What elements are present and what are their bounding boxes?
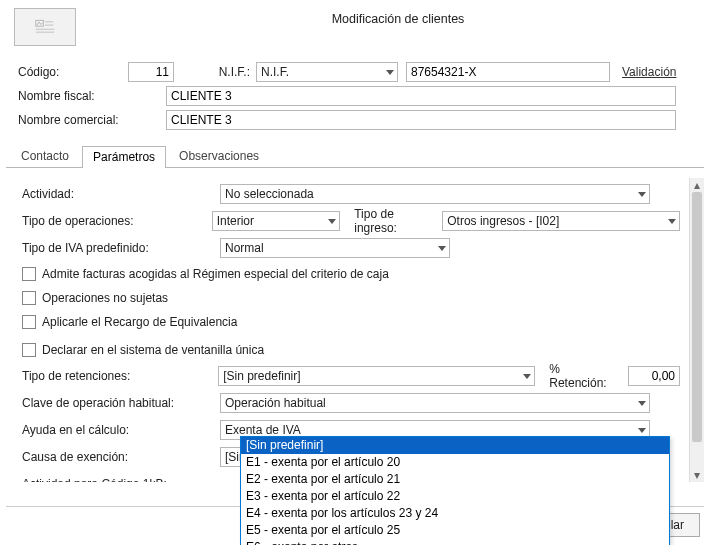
causa-dropdown-list[interactable]: [Sin predefinir] E1 - exenta por el artí… xyxy=(240,436,670,545)
tipo-ingreso-combo[interactable]: Otros ingresos - [I02] xyxy=(442,211,680,231)
nif-type-value: N.I.F. xyxy=(261,65,289,79)
causa-option[interactable]: E2 - exenta por el artículo 21 xyxy=(241,471,669,488)
nif-input[interactable] xyxy=(406,62,610,82)
tab-observaciones[interactable]: Observaciones xyxy=(168,145,270,167)
tipo-ingreso-value: Otros ingresos - [I02] xyxy=(447,214,559,228)
validacion-link[interactable]: Validación xyxy=(622,65,676,79)
tab-contacto[interactable]: Contacto xyxy=(10,145,80,167)
causa-option[interactable]: E1 - exenta por el artículo 20 xyxy=(241,454,669,471)
tabs: Contacto Parámetros Observaciones xyxy=(6,146,704,168)
tipo-ingreso-label: Tipo de ingreso: xyxy=(354,207,436,235)
ret-label: Tipo de retenciones: xyxy=(22,369,218,383)
scroll-down-arrow-icon[interactable]: ▾ xyxy=(690,468,704,482)
chk-criterio-caja-label: Admite facturas acogidas al Régimen espe… xyxy=(42,267,389,281)
ret-combo[interactable]: [Sin predefinir] xyxy=(218,366,535,386)
clave-label: Clave de operación habitual: xyxy=(22,396,220,410)
tipo-iva-combo[interactable]: Normal xyxy=(220,238,450,258)
actividad-label: Actividad: xyxy=(22,187,220,201)
chevron-down-icon xyxy=(663,212,679,230)
chevron-down-icon xyxy=(323,212,339,230)
chk-recargo-label: Aplicarle el Recargo de Equivalencia xyxy=(42,315,237,329)
causa-option[interactable]: E4 - exenta por los artículos 23 y 24 xyxy=(241,505,669,522)
chk-no-sujetas-label: Operaciones no sujetas xyxy=(42,291,168,305)
nif-label: N.I.F.: xyxy=(202,65,250,79)
tipo-iva-label: Tipo de IVA predefinido: xyxy=(22,241,220,255)
scroll-up-arrow-icon[interactable]: ▴ xyxy=(690,178,704,192)
clave-combo[interactable]: Operación habitual xyxy=(220,393,650,413)
codigo-label: Código: xyxy=(18,65,128,79)
client-glyph-icon xyxy=(14,8,76,46)
panel-scrollbar[interactable]: ▴ ▾ xyxy=(689,178,704,482)
page-title: Modificación de clientes xyxy=(94,4,702,26)
chk-ventanilla-label: Declarar en el sistema de ventanilla úni… xyxy=(42,343,264,357)
chk-ventanilla[interactable] xyxy=(22,343,36,357)
svg-rect-4 xyxy=(36,32,54,33)
chk-criterio-caja[interactable] xyxy=(22,267,36,281)
chevron-down-icon xyxy=(633,185,649,203)
actividad-value: No seleccionada xyxy=(225,187,314,201)
codigo-input[interactable] xyxy=(128,62,174,82)
causa-option[interactable]: E3 - exenta por el artículo 22 xyxy=(241,488,669,505)
causa-option[interactable]: E6 - exenta por otros xyxy=(241,539,669,545)
causa-label: Causa de exención: xyxy=(22,450,220,464)
chevron-down-icon xyxy=(433,239,449,257)
svg-rect-2 xyxy=(45,25,53,26)
tipo-iva-value: Normal xyxy=(225,241,264,255)
clave-value: Operación habitual xyxy=(225,396,326,410)
ret-value: [Sin predefinir] xyxy=(223,369,300,383)
actividad-combo[interactable]: No seleccionada xyxy=(220,184,650,204)
svg-rect-3 xyxy=(36,29,54,30)
ayuda-label: Ayuda en el cálculo: xyxy=(22,423,220,437)
tipo-op-value: Interior xyxy=(217,214,254,228)
nombre-fiscal-input[interactable] xyxy=(166,86,676,106)
tipo-op-combo[interactable]: Interior xyxy=(212,211,341,231)
nombre-comercial-input[interactable] xyxy=(166,110,676,130)
pct-input[interactable] xyxy=(628,366,680,386)
scroll-thumb[interactable] xyxy=(692,192,702,442)
chevron-down-icon xyxy=(381,63,397,81)
causa-option[interactable]: [Sin predefinir] xyxy=(241,437,669,454)
causa-option[interactable]: E5 - exenta por el artículo 25 xyxy=(241,522,669,539)
ayuda-value: Exenta de IVA xyxy=(225,423,301,437)
svg-rect-1 xyxy=(45,21,53,22)
tab-parametros[interactable]: Parámetros xyxy=(82,146,166,168)
chevron-down-icon xyxy=(633,394,649,412)
nif-type-combo[interactable]: N.I.F. xyxy=(256,62,398,82)
pct-label: % Retención: xyxy=(549,362,620,390)
chevron-down-icon xyxy=(518,367,534,385)
chk-recargo[interactable] xyxy=(22,315,36,329)
tipo-op-label: Tipo de operaciones: xyxy=(22,214,212,228)
chk-no-sujetas[interactable] xyxy=(22,291,36,305)
nombre-comercial-label: Nombre comercial: xyxy=(18,113,166,127)
nombre-fiscal-label: Nombre fiscal: xyxy=(18,89,166,103)
act-1kb-label: Actividad para Código 1kB: xyxy=(22,477,220,482)
